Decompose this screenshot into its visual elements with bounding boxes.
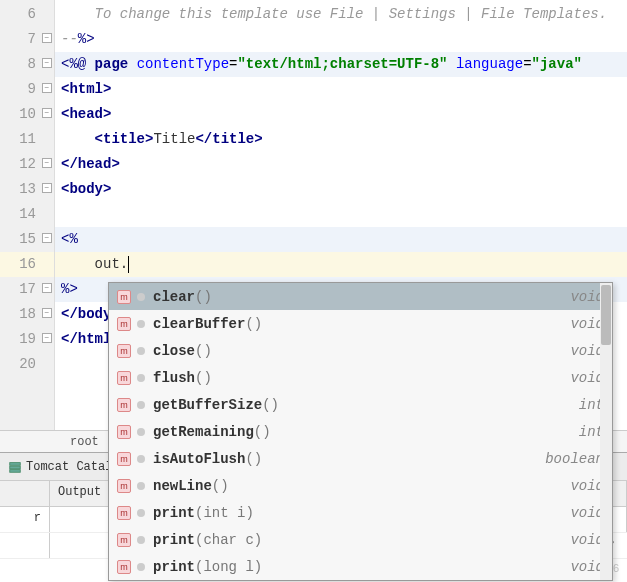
method-name: getRemaining	[153, 424, 254, 440]
comment-text: To change this template use File | Setti…	[61, 6, 607, 22]
grid-col-empty[interactable]	[0, 481, 50, 506]
return-type: void	[570, 505, 604, 521]
kind-icon	[137, 347, 145, 355]
completion-item-getBufferSize[interactable]: mgetBufferSize()int	[109, 391, 612, 418]
kind-icon	[137, 482, 145, 490]
completion-item-newLine[interactable]: mnewLine()void	[109, 472, 612, 499]
completion-item-print[interactable]: mprint(char c)void	[109, 526, 612, 553]
method-icon: m	[117, 371, 131, 385]
method-params: ()	[195, 370, 212, 386]
method-name: newLine	[153, 478, 212, 494]
method-params: ()	[262, 397, 279, 413]
fold-icon[interactable]: −	[42, 108, 52, 118]
method-name: isAutoFlush	[153, 451, 245, 467]
gutter-line-11[interactable]: 11	[0, 127, 54, 152]
completion-item-clear[interactable]: mclear()void	[109, 283, 612, 310]
fold-icon[interactable]: −	[42, 283, 52, 293]
return-type: void	[570, 532, 604, 548]
gutter-line-10[interactable]: 10−	[0, 102, 54, 127]
gutter-line-15[interactable]: 15−	[0, 227, 54, 252]
method-icon: m	[117, 479, 131, 493]
fold-icon[interactable]: −	[42, 333, 52, 343]
completion-item-print[interactable]: mprint(int i)void	[109, 499, 612, 526]
gutter-line-20[interactable]: 20	[0, 352, 54, 377]
svg-rect-1	[10, 466, 21, 469]
completion-item-close[interactable]: mclose()void	[109, 337, 612, 364]
method-name: print	[153, 559, 195, 575]
gutter-line-12[interactable]: 12−	[0, 152, 54, 177]
method-icon: m	[117, 560, 131, 574]
kind-icon	[137, 536, 145, 544]
completion-item-flush[interactable]: mflush()void	[109, 364, 612, 391]
method-name: clearBuffer	[153, 316, 245, 332]
method-params: ()	[245, 451, 262, 467]
scriptlet-close: %>	[61, 281, 78, 297]
popup-scrollbar[interactable]	[600, 283, 612, 580]
return-type: void	[570, 559, 604, 575]
text-cursor	[128, 256, 129, 273]
gutter-line-9[interactable]: 9−	[0, 77, 54, 102]
gutter-line-17[interactable]: 17−	[0, 277, 54, 302]
method-name: flush	[153, 370, 195, 386]
method-params: ()	[195, 343, 212, 359]
fold-icon[interactable]: −	[42, 308, 52, 318]
return-type: void	[570, 478, 604, 494]
method-icon: m	[117, 290, 131, 304]
html-tag: <html>	[61, 81, 111, 97]
body-tag: <body>	[61, 181, 111, 197]
comment-close: --	[61, 31, 78, 47]
method-icon: m	[117, 344, 131, 358]
return-type: boolean	[545, 451, 604, 467]
head-close: </head>	[61, 156, 120, 172]
gutter-line-16[interactable]: 16	[0, 252, 54, 277]
kind-icon	[137, 455, 145, 463]
svg-rect-0	[10, 462, 21, 465]
out-object: out.	[95, 256, 129, 272]
fold-icon[interactable]: −	[42, 158, 52, 168]
completion-item-isAutoFlush[interactable]: misAutoFlush()boolean	[109, 445, 612, 472]
kind-icon	[137, 320, 145, 328]
method-name: close	[153, 343, 195, 359]
method-params: ()	[212, 478, 229, 494]
method-name: clear	[153, 289, 195, 305]
fold-icon[interactable]: −	[42, 58, 52, 68]
svg-rect-2	[10, 469, 21, 472]
autocomplete-popup[interactable]: mclear()voidmclearBuffer()voidmclose()vo…	[108, 282, 613, 581]
fold-icon[interactable]: −	[42, 233, 52, 243]
method-params: (long l)	[195, 559, 262, 575]
fold-icon[interactable]: −	[42, 83, 52, 93]
method-icon: m	[117, 533, 131, 547]
method-icon: m	[117, 452, 131, 466]
gutter-line-13[interactable]: 13−	[0, 177, 54, 202]
method-params: ()	[254, 424, 271, 440]
fold-icon[interactable]: −	[42, 33, 52, 43]
gutter-line-19[interactable]: 19−	[0, 327, 54, 352]
method-icon: m	[117, 398, 131, 412]
method-params: ()	[245, 316, 262, 332]
server-icon	[8, 460, 22, 474]
method-icon: m	[117, 317, 131, 331]
kind-icon	[137, 563, 145, 571]
gutter-line-14[interactable]: 14	[0, 202, 54, 227]
completion-item-getRemaining[interactable]: mgetRemaining()int	[109, 418, 612, 445]
head-tag: <head>	[61, 106, 111, 122]
gutter-line-8[interactable]: 8−	[0, 52, 54, 77]
return-type: void	[570, 370, 604, 386]
method-params: (int i)	[195, 505, 254, 521]
gutter-line-7[interactable]: 7−	[0, 27, 54, 52]
kind-icon	[137, 428, 145, 436]
method-icon: m	[117, 506, 131, 520]
fold-icon[interactable]: −	[42, 183, 52, 193]
method-name: print	[153, 532, 195, 548]
kind-icon	[137, 374, 145, 382]
method-name: getBufferSize	[153, 397, 262, 413]
method-params: ()	[195, 289, 212, 305]
gutter-line-18[interactable]: 18−	[0, 302, 54, 327]
gutter-line-6[interactable]: 6	[0, 2, 54, 27]
completion-item-clearBuffer[interactable]: mclearBuffer()void	[109, 310, 612, 337]
kind-icon	[137, 509, 145, 517]
completion-item-print[interactable]: mprint(long l)void	[109, 553, 612, 580]
kind-icon	[137, 293, 145, 301]
line-gutter: 67−8−9−10−1112−13−1415−1617−18−19−20	[0, 0, 55, 430]
scroll-thumb[interactable]	[601, 285, 611, 345]
